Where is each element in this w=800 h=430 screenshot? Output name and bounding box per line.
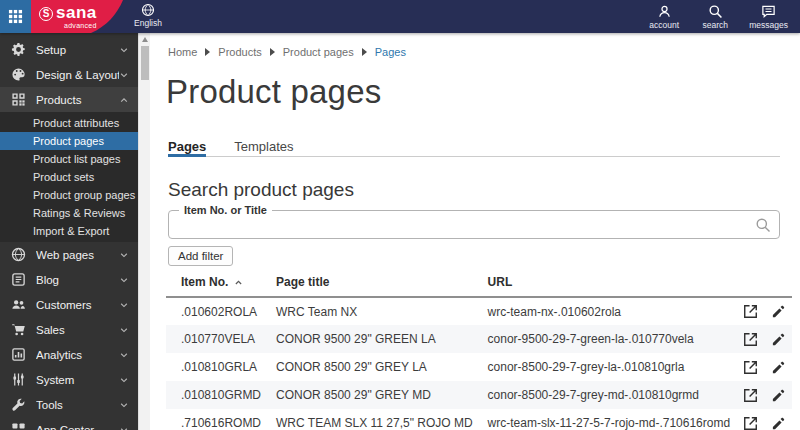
- gear-icon: [11, 42, 26, 57]
- products-icon: [11, 92, 26, 107]
- sidebar-item-label: Blog: [36, 274, 119, 286]
- sidebar-item-label: Customers: [36, 299, 119, 311]
- sidebar-subitem-product-attributes[interactable]: Product attributes: [0, 114, 138, 132]
- account-button[interactable]: account: [647, 3, 681, 30]
- cell-actions: [730, 353, 792, 381]
- sana-logo[interactable]: S sana advanced: [31, 0, 125, 33]
- sidebar-item-web-pages[interactable]: Web pages: [0, 242, 138, 267]
- edit-pencil-icon[interactable]: [771, 304, 786, 319]
- edit-pencil-icon[interactable]: [771, 360, 786, 375]
- open-page-icon[interactable]: [743, 332, 758, 347]
- sliders-icon: [11, 372, 26, 387]
- chevron-down-icon: [119, 250, 129, 260]
- language-label: English: [134, 18, 162, 28]
- column-header-item-no[interactable]: Item No.: [166, 275, 261, 297]
- chevron-down-icon: [119, 275, 129, 285]
- edit-pencil-icon[interactable]: [771, 388, 786, 403]
- edit-pencil-icon[interactable]: [771, 332, 786, 347]
- chevron-down-icon: [119, 300, 129, 310]
- cell-item-no: .010810GRMD: [166, 381, 261, 409]
- tab-pages[interactable]: Pages: [168, 134, 206, 157]
- sidebar-item-label: Design & Layout: [36, 69, 119, 81]
- breadcrumb-products[interactable]: Products: [218, 46, 261, 58]
- search-field-magnifier-icon[interactable]: [755, 217, 771, 233]
- language-selector[interactable]: English: [124, 3, 172, 28]
- search-heading: Search product pages: [168, 179, 354, 201]
- sidebar-item-app-center[interactable]: App Center: [0, 417, 138, 430]
- scrollbar-thumb[interactable]: [141, 46, 149, 80]
- breadcrumb-arrow-icon: [205, 48, 210, 56]
- sidebar: SetupDesign & LayoutProductsProduct attr…: [0, 33, 138, 430]
- sidebar-item-label: Sales: [36, 324, 119, 336]
- globe-icon: [141, 3, 155, 17]
- cell-page-title: WRC TEAM SLX 11 27,5" ROJO MD: [261, 409, 473, 430]
- sidebar-item-analytics[interactable]: Analytics: [0, 342, 138, 367]
- sidebar-item-products[interactable]: Products: [0, 87, 138, 112]
- chevron-down-icon: [119, 375, 129, 385]
- tab-templates[interactable]: Templates: [234, 134, 293, 157]
- sidebar-subitem-product-pages[interactable]: Product pages: [0, 132, 138, 150]
- sidebar-item-design-layout[interactable]: Design & Layout: [0, 62, 138, 87]
- chevron-down-icon: [119, 325, 129, 335]
- messages-button[interactable]: messages: [749, 3, 788, 30]
- sidebar-subitem-import-export[interactable]: Import & Export: [0, 222, 138, 240]
- chat-icon: [761, 3, 776, 19]
- edit-pencil-icon[interactable]: [771, 416, 786, 430]
- search-button[interactable]: search: [698, 3, 732, 30]
- cart-icon: [11, 322, 26, 337]
- item-no-or-title-input[interactable]: [175, 213, 747, 236]
- cell-url: conor-8500-29-7-grey-md-.010810grmd: [473, 381, 731, 409]
- breadcrumb-home[interactable]: Home: [168, 46, 197, 58]
- open-page-icon[interactable]: [743, 360, 758, 375]
- open-page-icon[interactable]: [743, 388, 758, 403]
- cell-actions: [730, 325, 792, 353]
- tabs: Pages Templates: [168, 134, 780, 157]
- sidebar-item-label: Setup: [36, 44, 119, 56]
- cell-actions: [730, 297, 792, 325]
- grid-icon: [8, 9, 23, 24]
- sidebar-subitem-product-list-pages[interactable]: Product list pages: [0, 150, 138, 168]
- column-header-page-title[interactable]: Page title: [261, 275, 473, 297]
- table-header-row: Item No. Page title URL: [166, 275, 792, 297]
- sidebar-item-label: Products: [36, 94, 119, 106]
- scroll-up-arrow[interactable]: [141, 36, 149, 43]
- column-header-url[interactable]: URL: [473, 275, 731, 297]
- add-filter-button[interactable]: Add filter: [168, 246, 233, 266]
- cell-actions: [730, 409, 792, 430]
- chevron-down-icon: [119, 350, 129, 360]
- blog-icon: [11, 272, 26, 287]
- breadcrumb: Home Products Product pages Pages: [168, 46, 406, 58]
- sidebar-scrollbar[interactable]: [138, 33, 150, 430]
- sidebar-item-sales[interactable]: Sales: [0, 317, 138, 342]
- sidebar-item-tools[interactable]: Tools: [0, 392, 138, 417]
- analytics-icon: [11, 347, 26, 362]
- sidebar-item-setup[interactable]: Setup: [0, 37, 138, 62]
- chevron-down-icon: [119, 400, 129, 410]
- app-grid-button[interactable]: [0, 0, 31, 33]
- sidebar-item-blog[interactable]: Blog: [0, 267, 138, 292]
- sidebar-item-customers[interactable]: Customers: [0, 292, 138, 317]
- sana-s-icon: S: [39, 7, 53, 21]
- table-row: .010602ROLAWRC Team NXwrc-team-nx-.01060…: [166, 297, 792, 325]
- sidebar-subitem-ratings-reviews[interactable]: Ratings & Reviews: [0, 204, 138, 222]
- sidebar-subitem-product-sets[interactable]: Product sets: [0, 168, 138, 186]
- cell-item-no: .010602ROLA: [166, 297, 261, 325]
- cell-page-title: WRC Team NX: [261, 297, 473, 325]
- customers-icon: [11, 297, 26, 312]
- product-pages-table: Item No. Page title URL .010602ROLAWRC T…: [166, 275, 792, 430]
- open-page-icon[interactable]: [743, 416, 758, 430]
- magnifier-icon: [708, 3, 723, 19]
- breadcrumb-product-pages[interactable]: Product pages: [283, 46, 354, 58]
- messages-label: messages: [749, 20, 788, 30]
- open-page-icon[interactable]: [743, 304, 758, 319]
- apps-icon: [11, 422, 26, 430]
- sidebar-subitem-product-group-pages[interactable]: Product group pages: [0, 186, 138, 204]
- account-label: account: [649, 20, 679, 30]
- sidebar-item-label: App Center: [36, 424, 119, 430]
- chevron-down-icon: [119, 70, 129, 80]
- breadcrumb-arrow-icon: [270, 48, 275, 56]
- sidebar-item-system[interactable]: System: [0, 367, 138, 392]
- person-icon: [657, 3, 672, 19]
- table-row: .010770VELACONOR 9500 29" GREEN LAconor-…: [166, 325, 792, 353]
- breadcrumb-pages[interactable]: Pages: [375, 46, 406, 58]
